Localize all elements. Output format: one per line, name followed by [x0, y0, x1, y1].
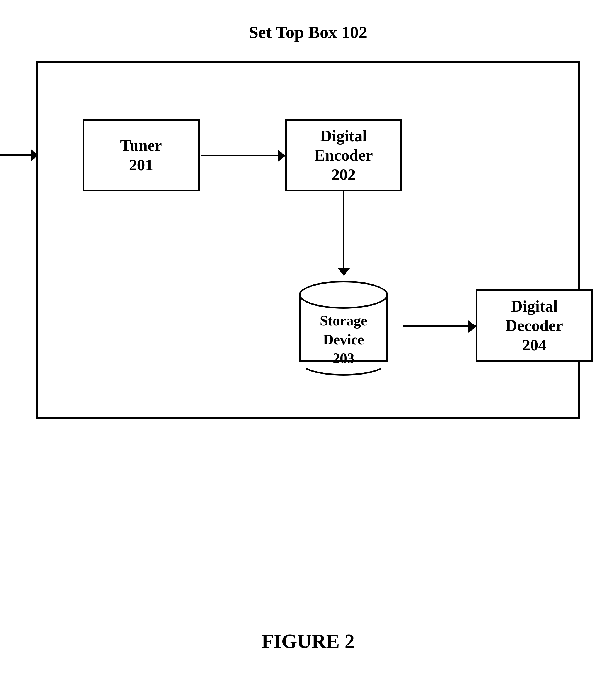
decoder-name-line1: Digital: [511, 297, 558, 315]
storage-label: Storage Device 203: [320, 311, 367, 368]
storage-cylinder: Storage Device 203: [299, 281, 388, 376]
page-title: Set Top Box 102: [0, 22, 616, 42]
storage-number: 203: [333, 350, 354, 366]
set-top-box-boundary: Tuner 201 Digital Encoder 202 Storage: [36, 61, 580, 419]
arrow-storage-to-decoder: [403, 326, 476, 327]
encoder-label: Digital Encoder 202: [314, 126, 373, 185]
arrow-tuner-to-encoder: [201, 155, 285, 156]
tuner-block: Tuner 201: [83, 119, 200, 191]
figure-label: FIGURE 2: [0, 630, 616, 653]
encoder-name-line2: Encoder: [314, 146, 373, 164]
decoder-name-line2: Decoder: [506, 316, 563, 334]
storage-name-line2: Device: [323, 332, 364, 348]
arrow-encoder-to-storage: [343, 191, 345, 275]
cylinder-top-ellipse: [299, 281, 388, 309]
figure-label-text: FIGURE 2: [261, 630, 354, 652]
storage-device-container: Storage Device 203: [285, 275, 402, 381]
title-text: Set Top Box 102: [249, 23, 368, 42]
storage-name-line1: Storage: [320, 313, 367, 329]
tuner-name: Tuner: [120, 136, 162, 154]
digital-encoder-block: Digital Encoder 202: [285, 119, 402, 191]
encoder-number: 202: [332, 166, 356, 184]
input-signal-arrow: [0, 154, 38, 156]
decoder-number: 204: [522, 336, 547, 354]
digital-decoder-block: Digital Decoder 204: [476, 289, 593, 362]
decoder-label: Digital Decoder 204: [506, 296, 563, 355]
tuner-label: Tuner 201: [120, 136, 162, 174]
page-container: Set Top Box 102 Tuner 201 Digital Encode…: [0, 0, 616, 692]
tuner-number: 201: [129, 156, 153, 174]
encoder-name-line1: Digital: [320, 127, 367, 145]
